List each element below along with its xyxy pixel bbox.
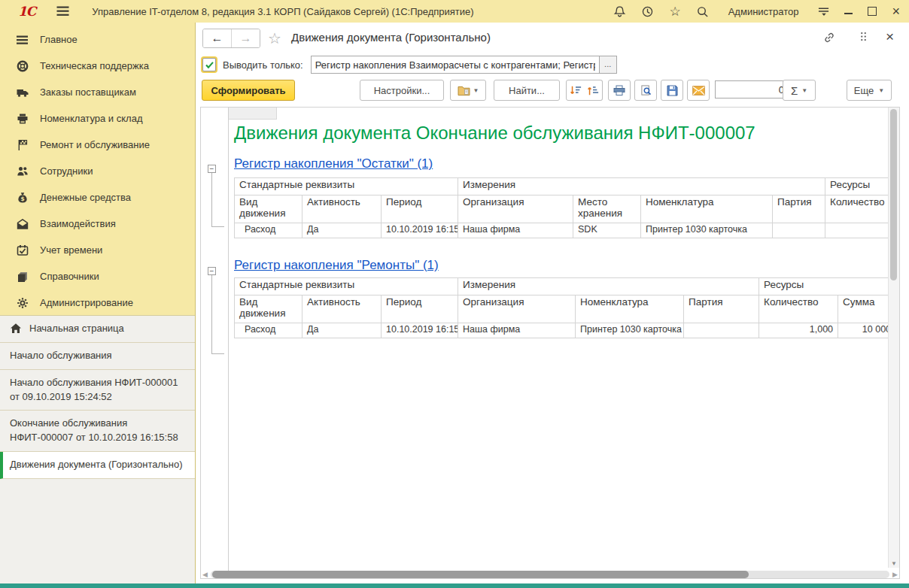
autosum-field[interactable] bbox=[715, 80, 789, 99]
group-header-cell: Ресурсы bbox=[759, 278, 888, 296]
sidebar-item-8[interactable]: Учет времени bbox=[0, 237, 195, 263]
search-icon[interactable] bbox=[696, 5, 709, 18]
register-heading-link[interactable]: Регистр накопления "Ремонты" (1) bbox=[234, 258, 888, 273]
open-windows-panel: Начальная страницаНачало обслуживанияНач… bbox=[0, 315, 195, 583]
cell: Да bbox=[302, 323, 382, 338]
group-collapse-button[interactable]: − bbox=[208, 165, 216, 173]
column-header: Вид движения bbox=[235, 195, 302, 223]
open-window-tab-3[interactable]: Окончание обслуживания НФИТ-000007 от 10… bbox=[0, 411, 195, 452]
expand-groups-icon[interactable] bbox=[584, 80, 603, 101]
sidebar-item-6[interactable]: $Денежные средства bbox=[0, 184, 195, 211]
home-icon bbox=[10, 323, 22, 335]
dropdown-caret-icon: ▼ bbox=[878, 87, 884, 94]
books-icon bbox=[16, 271, 29, 283]
vertical-scrollbar[interactable]: ▼ bbox=[888, 108, 899, 568]
collapse-groups-icon[interactable] bbox=[566, 80, 585, 101]
form-title: Движения документа (Горизонтально) bbox=[291, 31, 491, 44]
group-collapse-button[interactable]: − bbox=[208, 267, 216, 275]
report-toolbar: Сформировать Настройки... ▼ Найти... Σ▼ bbox=[196, 80, 909, 102]
sidebar-item-label: Номенклатура и склад bbox=[40, 113, 142, 124]
horizontal-scroll-thumb[interactable] bbox=[212, 571, 749, 578]
sum-function-button[interactable]: Σ▼ bbox=[783, 80, 816, 101]
filter-checkbox[interactable] bbox=[202, 58, 216, 71]
sidebar-item-7[interactable]: Взаимодействия bbox=[0, 211, 195, 237]
dropdown-caret-icon: ▼ bbox=[473, 87, 479, 94]
flags-icon bbox=[16, 139, 29, 151]
sidebar-item-label: Взаимодействия bbox=[40, 218, 116, 229]
open-window-tab-2[interactable]: Начало обслуживания НФИТ-000001 от 09.10… bbox=[0, 370, 195, 411]
favorite-star-icon[interactable]: ☆ bbox=[268, 29, 281, 47]
main-menu-burger-icon[interactable] bbox=[56, 6, 69, 17]
sidebar-item-5[interactable]: Сотрудники bbox=[0, 158, 195, 184]
sidebar-item-0[interactable]: Главное bbox=[0, 26, 195, 53]
truck-icon bbox=[16, 86, 29, 99]
vertical-scroll-thumb[interactable] bbox=[890, 109, 897, 280]
group-bracket bbox=[211, 173, 212, 226]
scroll-left-arrow-icon[interactable]: ◀ bbox=[202, 571, 208, 578]
group-header-cell: Ресурсы bbox=[825, 178, 888, 195]
scroll-down-arrow-icon[interactable]: ▼ bbox=[891, 560, 897, 567]
group-header-cell: Измерения bbox=[458, 278, 759, 296]
cell bbox=[773, 223, 825, 238]
group-header-cell: Измерения bbox=[458, 178, 825, 195]
horizontal-scrollbar[interactable]: ◀ ▶ bbox=[202, 569, 898, 580]
generate-button[interactable]: Сформировать bbox=[202, 80, 295, 101]
open-window-tab-0[interactable]: Начальная страница bbox=[0, 316, 195, 343]
report-title: Движения документа Окончание обслуживани… bbox=[234, 123, 888, 144]
tab-label: Начало обслуживания bbox=[10, 350, 112, 361]
column-header: Сумма bbox=[838, 296, 888, 323]
sidebar-item-label: Ремонт и обслуживание bbox=[40, 139, 150, 150]
filter-value-input[interactable] bbox=[311, 56, 599, 74]
cell: SDK bbox=[573, 223, 641, 238]
group-header-cell: Стандартные реквизиты bbox=[235, 278, 458, 296]
settings-button[interactable]: Настройки... bbox=[360, 80, 444, 101]
1c-logo: 1С bbox=[18, 4, 35, 19]
find-button[interactable]: Найти... bbox=[494, 80, 560, 101]
register-heading-link[interactable]: Регистр накопления "Остатки" (1) bbox=[234, 156, 888, 171]
send-email-icon[interactable] bbox=[687, 80, 710, 101]
window-title: Управление IT-отделом 8, редакция 3.1 КО… bbox=[92, 6, 473, 17]
get-link-icon[interactable] bbox=[823, 32, 835, 44]
moneybag-icon: $ bbox=[16, 192, 29, 204]
scroll-right-arrow-icon[interactable]: ▶ bbox=[892, 571, 898, 578]
horizontal-scroll-track[interactable] bbox=[211, 571, 889, 578]
more-menu-icon[interactable] bbox=[860, 32, 867, 41]
register-table: Стандартные реквизиты Измерения Ресурсы … bbox=[234, 177, 888, 238]
window-titlebar: 1С Управление IT-отделом 8, редакция 3.1… bbox=[0, 0, 909, 23]
back-button[interactable]: ← bbox=[203, 29, 232, 47]
cell-sum: 10 000 bbox=[838, 323, 888, 338]
more-actions-button[interactable]: Еще▼ bbox=[847, 80, 892, 101]
forward-button[interactable]: → bbox=[232, 29, 260, 47]
minimize-icon[interactable] bbox=[844, 13, 853, 14]
open-window-tab-4[interactable]: Движения документа (Горизонтально) bbox=[0, 452, 195, 479]
sidebar-item-label: Денежные средства bbox=[40, 192, 131, 203]
cell-movement-type: Расход bbox=[235, 223, 302, 238]
maximize-icon[interactable] bbox=[868, 7, 877, 16]
cell: 10.10.2019 16:15:58 bbox=[382, 323, 458, 338]
sidebar-item-3[interactable]: Номенклатура и склад bbox=[0, 105, 195, 132]
open-window-tab-1[interactable]: Начало обслуживания bbox=[0, 343, 195, 370]
report-variants-button[interactable]: ▼ bbox=[450, 80, 486, 101]
sidebar: ГлавноеТехническая поддержкаЗаказы поста… bbox=[0, 23, 196, 583]
sidebar-item-9[interactable]: Справочники bbox=[0, 263, 195, 289]
column-header: Место хранения bbox=[573, 195, 641, 223]
close-icon[interactable]: × bbox=[892, 5, 900, 17]
sidebar-item-10[interactable]: Администрирование bbox=[0, 289, 195, 316]
filter-choose-button[interactable]: ... bbox=[599, 56, 617, 74]
sidebar-item-1[interactable]: Техническая поддержка bbox=[0, 53, 195, 79]
sidebar-item-2[interactable]: Заказы поставщикам bbox=[0, 79, 195, 105]
sidebar-item-4[interactable]: Ремонт и обслуживание bbox=[0, 132, 195, 158]
window-menu-icon[interactable] bbox=[818, 6, 829, 17]
sidebar-item-label: Учет времени bbox=[40, 244, 102, 256]
history-icon[interactable] bbox=[641, 5, 654, 18]
column-header: Количество bbox=[825, 195, 888, 223]
current-user-label[interactable]: Администратор bbox=[728, 6, 799, 17]
save-icon[interactable] bbox=[661, 80, 683, 101]
close-form-icon[interactable]: × bbox=[886, 29, 894, 45]
print-preview-icon[interactable] bbox=[634, 80, 657, 101]
favorites-star-icon[interactable]: ☆ bbox=[669, 5, 680, 18]
notifications-bell-icon[interactable] bbox=[613, 5, 626, 18]
group-header-cell: Стандартные реквизиты bbox=[235, 178, 458, 195]
print-icon[interactable] bbox=[608, 80, 631, 101]
sections-panel: ГлавноеТехническая поддержкаЗаказы поста… bbox=[0, 23, 195, 316]
